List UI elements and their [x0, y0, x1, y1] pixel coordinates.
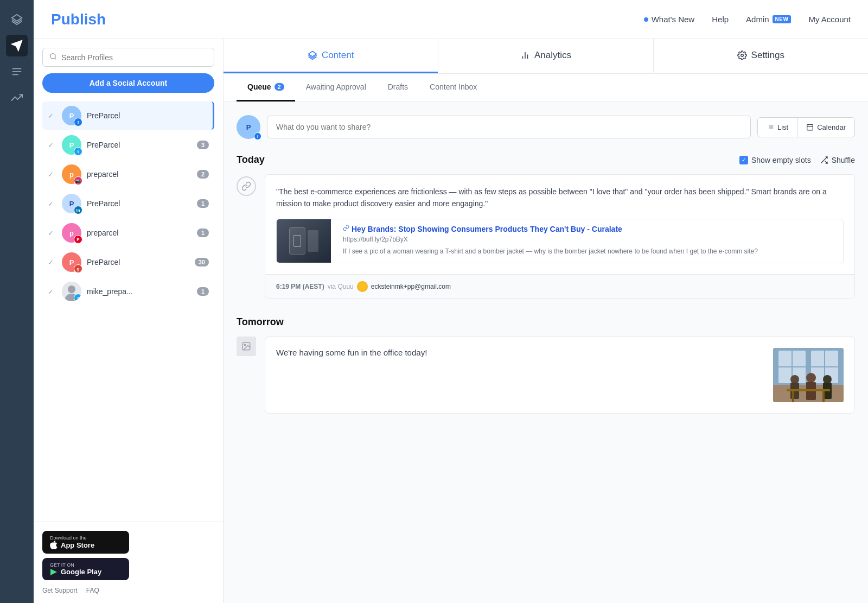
linkedin-badge: in [74, 206, 82, 214]
profile-avatar: t [62, 282, 81, 301]
post-link-title: Hey Brands: Stop Showing Consumers Produ… [343, 225, 838, 233]
main-wrapper: Publish What's New Help Admin NEW My Acc… [34, 0, 868, 603]
post-link-preview: Hey Brands: Stop Showing Consumers Produ… [276, 219, 844, 263]
search-input[interactable] [61, 53, 207, 62]
pinterest-badge: P [74, 235, 82, 244]
profile-item-preparcel-gp[interactable]: ✓ P g PreParcel 30 [42, 248, 214, 276]
section-controls: ✓ Show empty slots Shuffle [739, 156, 855, 164]
tomorrow-section-header: Tomorrow [237, 316, 855, 328]
compose-input[interactable] [267, 116, 751, 138]
profile-item-preparcel-pi[interactable]: ✓ p P preparcel 1 [42, 219, 214, 247]
tab-analytics[interactable]: Analytics [438, 39, 653, 73]
profile-name: PreParcel [87, 111, 207, 120]
svg-point-7 [68, 285, 75, 293]
google-play-sub: GET IT ON [50, 562, 122, 568]
twitter-badge: t [74, 147, 82, 156]
tomorrow-post-image [773, 348, 844, 402]
app-store-sub: Download on the [50, 535, 122, 541]
tab-content[interactable]: Content [224, 39, 438, 73]
search-box[interactable] [42, 48, 214, 67]
profile-name: mike_prepa... [87, 287, 192, 296]
facebook-badge: f [74, 118, 82, 126]
subtab-content-inbox[interactable]: Content Inbox [419, 74, 488, 101]
app-store-button[interactable]: Download on the App Store [42, 531, 129, 554]
view-toggle: List Calendar [757, 117, 855, 137]
profile-avatar: P t [62, 135, 81, 155]
tomorrow-title: Tomorrow [237, 316, 284, 328]
app-store-main: App Store [50, 541, 122, 549]
tomorrow-post-card: We're having some fun in the office toda… [265, 337, 855, 414]
calendar-view-button[interactable]: Calendar [797, 118, 854, 137]
googleplus-badge: g [74, 264, 82, 273]
profile-avatar: P g [62, 252, 81, 272]
subtab-drafts[interactable]: Drafts [377, 74, 419, 101]
twitter-badge: t [74, 294, 81, 301]
show-empty-slots-checkbox[interactable]: ✓ [739, 156, 748, 164]
admin-link[interactable]: Admin NEW [746, 15, 791, 24]
profile-item-preparcel-ig[interactable]: ✓ p 📷 preparcel 2 [42, 160, 214, 188]
profile-item-preparcel-tw[interactable]: ✓ P t PreParcel 3 [42, 131, 214, 159]
profile-item-preparcel-li[interactable]: ✓ P in PreParcel 1 [42, 189, 214, 218]
content-tab-icon [308, 50, 317, 60]
svg-rect-21 [807, 124, 813, 130]
publish-icon[interactable] [6, 35, 28, 56]
compose-area: P f List [237, 115, 855, 139]
post-link-url[interactable]: https://buff.ly/2p7bByX [343, 236, 838, 243]
calendar-icon [806, 123, 814, 131]
link-small-icon [343, 225, 349, 231]
post-link-thumbnail [277, 219, 331, 263]
google-play-main: Google Play [50, 568, 122, 576]
get-support-link[interactable]: Get Support [42, 587, 78, 594]
profile-name: PreParcel [87, 199, 192, 208]
post-body: "The best e-commerce experiences are fri… [265, 175, 854, 274]
layers-icon[interactable] [6, 9, 28, 30]
svg-rect-46 [822, 391, 825, 402]
list-view-button[interactable]: List [758, 118, 797, 137]
draft-icon[interactable] [6, 61, 28, 82]
faq-link[interactable]: FAQ [86, 587, 99, 594]
post-card-today: "The best e-commerce experiences are fri… [265, 174, 855, 299]
check-icon: ✓ [48, 288, 56, 296]
link-icon [237, 176, 256, 196]
tomorrow-post-text: We're having some fun in the office toda… [276, 348, 764, 357]
google-play-button[interactable]: GET IT ON Google Play [42, 558, 129, 580]
whats-new-link[interactable]: What's New [644, 15, 695, 24]
post-row-tomorrow: We're having some fun in the office toda… [237, 337, 855, 414]
list-icon [767, 123, 774, 131]
svg-line-5 [55, 58, 56, 60]
profile-avatar: P f [62, 106, 81, 125]
my-account-link[interactable]: My Account [808, 15, 851, 24]
panel-tabs: Content Analytics Settings [224, 39, 868, 74]
svg-point-28 [244, 344, 245, 345]
help-link[interactable]: Help [712, 15, 729, 24]
analytics-icon[interactable] [6, 87, 28, 109]
image-placeholder-icon [237, 337, 256, 356]
svg-point-14 [741, 54, 743, 57]
sub-tabs: Queue 2 Awaiting Approval Drafts Content… [224, 74, 868, 102]
profile-item-preparcel-fb[interactable]: ✓ P f PreParcel [42, 101, 214, 130]
today-section-header: Today ✓ Show empty slots [237, 154, 855, 166]
post-time: 6:19 PM (AEST) [276, 283, 324, 290]
tab-settings[interactable]: Settings [653, 39, 868, 73]
post-user: ecksteinmk+pp@gmail.com [371, 283, 451, 290]
profile-count: 1 [197, 287, 209, 296]
app-title: Publish [51, 11, 106, 28]
add-social-account-button[interactable]: Add a Social Account [42, 73, 214, 93]
footer-links: Get Support FAQ [42, 587, 214, 594]
post-link-desc: If I see a pic of a woman wearing a T-sh… [343, 246, 838, 256]
show-empty-slots-label[interactable]: ✓ Show empty slots [739, 156, 811, 164]
check-icon: ✓ [48, 170, 56, 179]
profile-list: ✓ P f PreParcel ✓ P t [42, 101, 214, 306]
post-meta: 6:19 PM (AEST) via Quuu ecksteinmk+pp@gm… [265, 274, 854, 299]
profile-avatar: P in [62, 194, 81, 213]
profile-name: PreParcel [87, 258, 189, 266]
profile-item-mike-tw[interactable]: ✓ t mike_prepa... 1 [42, 277, 214, 306]
queue-badge: 2 [275, 83, 284, 91]
subtab-awaiting-approval[interactable]: Awaiting Approval [295, 74, 377, 101]
shuffle-button[interactable]: Shuffle [820, 156, 855, 164]
compose-avatar: P f [237, 115, 260, 139]
profile-count: 1 [197, 199, 209, 208]
profile-name: preparcel [87, 170, 192, 179]
icon-sidebar [0, 0, 34, 603]
subtab-queue[interactable]: Queue 2 [237, 74, 295, 101]
